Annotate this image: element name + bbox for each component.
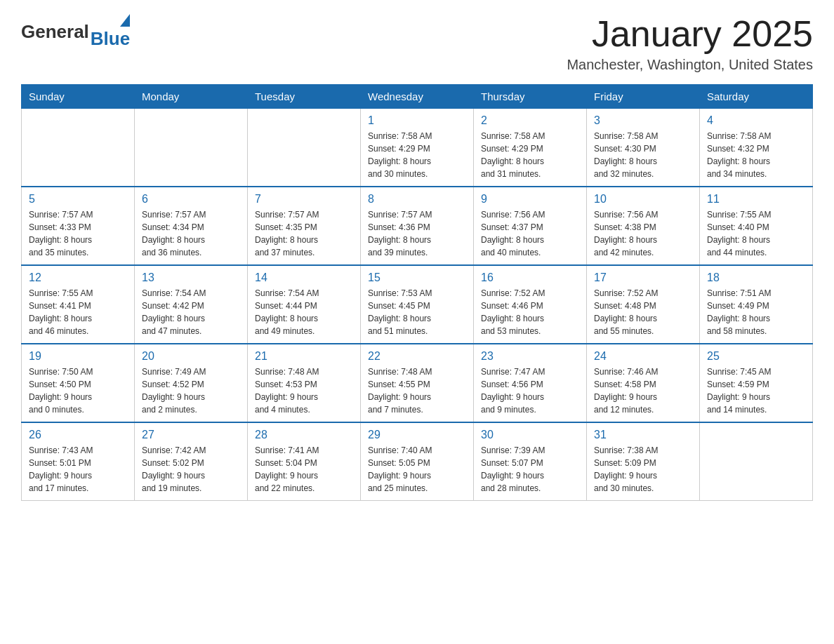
calendar-cell: 22Sunrise: 7:48 AM Sunset: 4:55 PM Dayli… bbox=[361, 344, 474, 422]
day-info: Sunrise: 7:55 AM Sunset: 4:41 PM Dayligh… bbox=[29, 287, 127, 337]
day-header-wednesday: Wednesday bbox=[361, 85, 474, 109]
logo-general-text: General bbox=[21, 21, 89, 43]
calendar-cell: 21Sunrise: 7:48 AM Sunset: 4:53 PM Dayli… bbox=[248, 344, 361, 422]
day-number: 11 bbox=[707, 193, 805, 206]
day-number: 3 bbox=[594, 114, 692, 127]
calendar-cell: 28Sunrise: 7:41 AM Sunset: 5:04 PM Dayli… bbox=[248, 422, 361, 501]
day-info: Sunrise: 7:52 AM Sunset: 4:48 PM Dayligh… bbox=[594, 287, 692, 337]
day-number: 16 bbox=[481, 271, 579, 284]
calendar-cell: 24Sunrise: 7:46 AM Sunset: 4:58 PM Dayli… bbox=[587, 344, 700, 422]
calendar-subtitle: Manchester, Washington, United States bbox=[567, 57, 813, 73]
calendar-cell: 27Sunrise: 7:42 AM Sunset: 5:02 PM Dayli… bbox=[135, 422, 248, 501]
day-number: 29 bbox=[368, 429, 466, 441]
calendar-cell: 18Sunrise: 7:51 AM Sunset: 4:49 PM Dayli… bbox=[700, 265, 813, 344]
day-number: 20 bbox=[142, 350, 240, 363]
calendar-cell bbox=[135, 109, 248, 187]
logo-blue-text: Blue bbox=[91, 28, 130, 50]
day-number: 6 bbox=[142, 193, 240, 206]
day-number: 31 bbox=[594, 429, 692, 441]
day-header-thursday: Thursday bbox=[474, 85, 587, 109]
calendar-cell: 20Sunrise: 7:49 AM Sunset: 4:52 PM Dayli… bbox=[135, 344, 248, 422]
calendar-cell: 13Sunrise: 7:54 AM Sunset: 4:42 PM Dayli… bbox=[135, 265, 248, 344]
calendar-cell: 12Sunrise: 7:55 AM Sunset: 4:41 PM Dayli… bbox=[22, 265, 135, 344]
day-header-monday: Monday bbox=[135, 85, 248, 109]
day-info: Sunrise: 7:58 AM Sunset: 4:30 PM Dayligh… bbox=[594, 130, 692, 180]
day-number: 25 bbox=[707, 350, 805, 363]
calendar-cell: 5Sunrise: 7:57 AM Sunset: 4:33 PM Daylig… bbox=[22, 187, 135, 265]
logo-blue-part: Blue bbox=[91, 14, 130, 50]
calendar-title: January 2025 bbox=[567, 14, 813, 54]
day-info: Sunrise: 7:41 AM Sunset: 5:04 PM Dayligh… bbox=[255, 444, 353, 495]
day-info: Sunrise: 7:49 AM Sunset: 4:52 PM Dayligh… bbox=[142, 365, 240, 416]
calendar-cell: 4Sunrise: 7:58 AM Sunset: 4:32 PM Daylig… bbox=[700, 109, 813, 187]
day-info: Sunrise: 7:38 AM Sunset: 5:09 PM Dayligh… bbox=[594, 444, 692, 495]
logo-triangle-icon bbox=[120, 14, 130, 27]
day-info: Sunrise: 7:45 AM Sunset: 4:59 PM Dayligh… bbox=[707, 365, 805, 416]
title-area: January 2025 Manchester, Washington, Uni… bbox=[567, 14, 813, 73]
day-info: Sunrise: 7:57 AM Sunset: 4:35 PM Dayligh… bbox=[255, 208, 353, 259]
day-info: Sunrise: 7:57 AM Sunset: 4:36 PM Dayligh… bbox=[368, 208, 466, 259]
day-number: 18 bbox=[707, 271, 805, 284]
header: General Blue January 2025 Manchester, Wa… bbox=[21, 14, 813, 73]
day-info: Sunrise: 7:48 AM Sunset: 4:53 PM Dayligh… bbox=[255, 365, 353, 416]
day-number: 15 bbox=[368, 271, 466, 284]
day-number: 14 bbox=[255, 271, 353, 284]
week-row-1: 1Sunrise: 7:58 AM Sunset: 4:29 PM Daylig… bbox=[22, 109, 813, 187]
week-row-4: 19Sunrise: 7:50 AM Sunset: 4:50 PM Dayli… bbox=[22, 344, 813, 422]
day-info: Sunrise: 7:58 AM Sunset: 4:32 PM Dayligh… bbox=[707, 130, 805, 180]
calendar-table: SundayMondayTuesdayWednesdayThursdayFrid… bbox=[21, 84, 813, 501]
calendar-cell: 11Sunrise: 7:55 AM Sunset: 4:40 PM Dayli… bbox=[700, 187, 813, 265]
calendar-cell bbox=[22, 109, 135, 187]
calendar-cell: 23Sunrise: 7:47 AM Sunset: 4:56 PM Dayli… bbox=[474, 344, 587, 422]
day-info: Sunrise: 7:53 AM Sunset: 4:45 PM Dayligh… bbox=[368, 287, 466, 337]
day-header-saturday: Saturday bbox=[700, 85, 813, 109]
logo-area: General Blue bbox=[21, 14, 130, 50]
week-row-2: 5Sunrise: 7:57 AM Sunset: 4:33 PM Daylig… bbox=[22, 187, 813, 265]
calendar-cell: 29Sunrise: 7:40 AM Sunset: 5:05 PM Dayli… bbox=[361, 422, 474, 501]
day-number: 22 bbox=[368, 350, 466, 363]
day-number: 30 bbox=[481, 429, 579, 441]
day-number: 26 bbox=[29, 429, 127, 441]
day-info: Sunrise: 7:46 AM Sunset: 4:58 PM Dayligh… bbox=[594, 365, 692, 416]
day-number: 17 bbox=[594, 271, 692, 284]
day-header-friday: Friday bbox=[587, 85, 700, 109]
calendar-cell: 3Sunrise: 7:58 AM Sunset: 4:30 PM Daylig… bbox=[587, 109, 700, 187]
day-info: Sunrise: 7:58 AM Sunset: 4:29 PM Dayligh… bbox=[368, 130, 466, 180]
day-info: Sunrise: 7:56 AM Sunset: 4:38 PM Dayligh… bbox=[594, 208, 692, 259]
day-number: 10 bbox=[594, 193, 692, 206]
calendar-cell: 14Sunrise: 7:54 AM Sunset: 4:44 PM Dayli… bbox=[248, 265, 361, 344]
calendar-cell: 6Sunrise: 7:57 AM Sunset: 4:34 PM Daylig… bbox=[135, 187, 248, 265]
calendar-cell: 10Sunrise: 7:56 AM Sunset: 4:38 PM Dayli… bbox=[587, 187, 700, 265]
day-number: 19 bbox=[29, 350, 127, 363]
day-number: 24 bbox=[594, 350, 692, 363]
day-number: 23 bbox=[481, 350, 579, 363]
calendar-cell: 19Sunrise: 7:50 AM Sunset: 4:50 PM Dayli… bbox=[22, 344, 135, 422]
day-info: Sunrise: 7:56 AM Sunset: 4:37 PM Dayligh… bbox=[481, 208, 579, 259]
day-number: 8 bbox=[368, 193, 466, 206]
day-number: 7 bbox=[255, 193, 353, 206]
calendar-cell: 15Sunrise: 7:53 AM Sunset: 4:45 PM Dayli… bbox=[361, 265, 474, 344]
day-number: 27 bbox=[142, 429, 240, 441]
day-info: Sunrise: 7:51 AM Sunset: 4:49 PM Dayligh… bbox=[707, 287, 805, 337]
calendar-cell: 9Sunrise: 7:56 AM Sunset: 4:37 PM Daylig… bbox=[474, 187, 587, 265]
day-number: 4 bbox=[707, 114, 805, 127]
calendar-cell bbox=[248, 109, 361, 187]
logo: General Blue bbox=[21, 14, 130, 50]
day-info: Sunrise: 7:39 AM Sunset: 5:07 PM Dayligh… bbox=[481, 444, 579, 495]
day-info: Sunrise: 7:43 AM Sunset: 5:01 PM Dayligh… bbox=[29, 444, 127, 495]
day-header-sunday: Sunday bbox=[22, 85, 135, 109]
day-number: 13 bbox=[142, 271, 240, 284]
calendar-cell bbox=[700, 422, 813, 501]
day-number: 28 bbox=[255, 429, 353, 441]
day-info: Sunrise: 7:48 AM Sunset: 4:55 PM Dayligh… bbox=[368, 365, 466, 416]
day-info: Sunrise: 7:55 AM Sunset: 4:40 PM Dayligh… bbox=[707, 208, 805, 259]
days-header-row: SundayMondayTuesdayWednesdayThursdayFrid… bbox=[22, 85, 813, 109]
week-row-3: 12Sunrise: 7:55 AM Sunset: 4:41 PM Dayli… bbox=[22, 265, 813, 344]
calendar-cell: 8Sunrise: 7:57 AM Sunset: 4:36 PM Daylig… bbox=[361, 187, 474, 265]
day-info: Sunrise: 7:54 AM Sunset: 4:44 PM Dayligh… bbox=[255, 287, 353, 337]
day-number: 12 bbox=[29, 271, 127, 284]
day-number: 1 bbox=[368, 114, 466, 127]
day-info: Sunrise: 7:40 AM Sunset: 5:05 PM Dayligh… bbox=[368, 444, 466, 495]
calendar-cell: 17Sunrise: 7:52 AM Sunset: 4:48 PM Dayli… bbox=[587, 265, 700, 344]
calendar-cell: 31Sunrise: 7:38 AM Sunset: 5:09 PM Dayli… bbox=[587, 422, 700, 501]
